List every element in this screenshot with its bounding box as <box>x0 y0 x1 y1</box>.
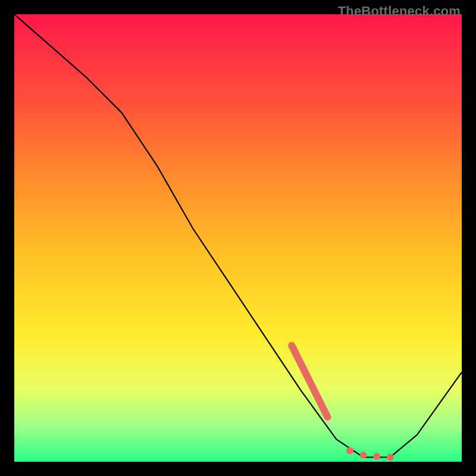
chart-frame <box>14 14 462 462</box>
bottleneck-chart <box>14 14 462 462</box>
watermark-text: TheBottleneck.com <box>338 4 461 19</box>
highlight-dot <box>387 453 394 461</box>
gradient-background <box>14 14 462 462</box>
highlight-dot <box>360 452 367 459</box>
highlight-dot <box>346 447 353 454</box>
highlight-dot <box>373 453 380 460</box>
